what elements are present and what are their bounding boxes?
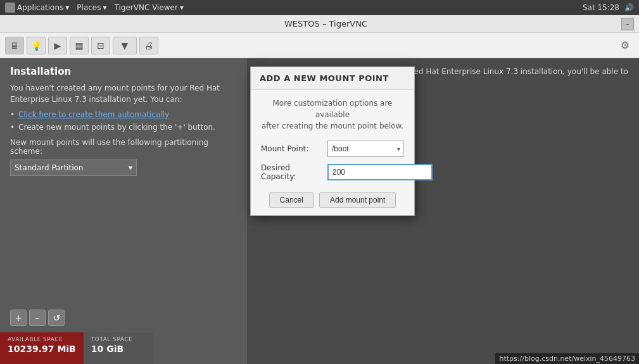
available-value: 10239.97 MiB xyxy=(8,344,76,354)
add-mount-button[interactable]: + xyxy=(10,310,27,326)
info-icon: 💡 xyxy=(31,41,42,51)
vnc-minimize-button[interactable]: – xyxy=(621,18,634,30)
toolbar-print-button[interactable]: 🖨 xyxy=(139,37,158,54)
vnc-title: WESTOS – TigerVNC xyxy=(30,19,621,28)
desired-capacity-label: Desired Capacity: xyxy=(261,163,327,181)
url-bar: https://blog.csdn.net/weixin_45649763 xyxy=(495,353,639,364)
toolbar-settings-button[interactable]: ⚙ xyxy=(616,37,634,54)
toolbar-dropdown-button[interactable]: ▼ xyxy=(113,37,137,54)
mount-point-field: Mount Point: /boot / /home /var swap ▾ xyxy=(261,141,404,157)
sound-icon: 🔊 xyxy=(624,3,634,12)
bullet-dot-2: • xyxy=(10,123,15,132)
dialog-body: More customization options are available… xyxy=(251,90,414,215)
bullet-text-2: Create new mount points by clicking the … xyxy=(18,123,215,132)
toolbar-play-button[interactable]: ▶ xyxy=(48,37,67,54)
desired-capacity-input[interactable] xyxy=(327,164,433,180)
dropdown-arrow-icon: ▼ xyxy=(122,41,129,51)
remove-mount-button[interactable]: – xyxy=(29,310,46,326)
scheme-value: Standard Partition xyxy=(15,163,83,172)
toolbar-grid-button[interactable]: ▦ xyxy=(70,37,89,54)
apps-arrow: ▾ xyxy=(65,3,69,12)
display-icon: 🖥 xyxy=(10,41,19,51)
section-description: You haven't created any mount points for… xyxy=(10,82,237,105)
grid-icon: ▦ xyxy=(75,41,83,51)
places-arrow: ▾ xyxy=(103,3,107,12)
auto-create-link[interactable]: Click here to create them automatically xyxy=(18,110,169,119)
toolbar-info-button[interactable]: 💡 xyxy=(27,37,46,54)
system-time: Sat 15:28 xyxy=(583,3,619,12)
section-title: Installation xyxy=(10,66,237,77)
status-available: AVAILABLE SPACE 10239.97 MiB xyxy=(0,332,84,364)
toolbar-display-button[interactable]: 🖥 xyxy=(5,37,24,54)
vnc-toolbar: 🖥 💡 ▶ ▦ ⊟ ▼ 🖨 ⚙ xyxy=(0,33,639,58)
dialog-buttons: Cancel Add mount point xyxy=(261,187,404,208)
bullet-item-1: • Click here to create them automaticall… xyxy=(10,110,237,119)
system-bar-left: Applications ▾ Places ▾ TigerVNC Viewer … xyxy=(5,3,184,13)
total-value: 10 GiB xyxy=(91,344,146,354)
dialog-desc-text: More customization options are available… xyxy=(262,99,403,130)
desired-capacity-field: Desired Capacity: xyxy=(261,163,404,181)
scheme-arrow-icon: ▾ xyxy=(129,163,132,172)
tigervnc-label[interactable]: TigerVNC Viewer xyxy=(115,3,178,12)
print-icon: 🖨 xyxy=(144,41,153,51)
tigervnc-arrow: ▾ xyxy=(180,3,184,12)
bottom-controls: + – ↺ xyxy=(10,310,65,326)
applications-label[interactable]: Applications xyxy=(17,3,63,12)
refresh-button[interactable]: ↺ xyxy=(48,310,65,326)
mount-point-select-wrap: /boot / /home /var swap ▾ xyxy=(327,141,404,157)
dialog-header: ADD A NEW MOUNT POINT xyxy=(251,67,414,90)
scheme-label: New mount points will use the following … xyxy=(10,138,237,156)
places-menu[interactable]: Places ▾ xyxy=(77,3,106,12)
status-total: TOTAL SPACE 10 GiB xyxy=(84,332,153,364)
scheme-dropdown[interactable]: Standard Partition ▾ xyxy=(10,160,137,176)
dialog-description: More customization options are available… xyxy=(261,97,404,132)
bullet-item-2: • Create new mount points by clicking th… xyxy=(10,123,237,132)
cancel-button[interactable]: Cancel xyxy=(269,192,314,208)
total-label: TOTAL SPACE xyxy=(91,336,146,342)
minus-box-icon: ⊟ xyxy=(97,41,104,51)
system-bar: Applications ▾ Places ▾ TigerVNC Viewer … xyxy=(0,0,639,15)
left-panel: Installation You haven't created any mou… xyxy=(0,58,247,364)
app-icon xyxy=(5,3,15,13)
status-bar: AVAILABLE SPACE 10239.97 MiB TOTAL SPACE… xyxy=(0,332,247,364)
settings-icon: ⚙ xyxy=(621,39,630,51)
add-mount-point-dialog: ADD A NEW MOUNT POINT More customization… xyxy=(250,66,415,216)
available-label: AVAILABLE SPACE xyxy=(8,336,76,342)
system-bar-right: Sat 15:28 🔊 xyxy=(583,3,634,12)
mount-point-label: Mount Point: xyxy=(261,144,327,153)
scheme-select-container: Standard Partition ▾ xyxy=(10,160,137,176)
play-icon: ▶ xyxy=(54,41,61,51)
add-mount-point-button[interactable]: Add mount point xyxy=(319,192,396,208)
bullet-dot-1: • xyxy=(10,110,15,119)
places-label[interactable]: Places xyxy=(77,3,101,12)
mount-point-select[interactable]: /boot / /home /var swap xyxy=(327,141,404,157)
tigervnc-menu[interactable]: TigerVNC Viewer ▾ xyxy=(115,3,184,12)
toolbar-minus-button[interactable]: ⊟ xyxy=(91,37,110,54)
vnc-titlebar: WESTOS – TigerVNC – xyxy=(0,15,639,33)
dialog-title: ADD A NEW MOUNT POINT xyxy=(260,73,405,83)
applications-menu[interactable]: Applications ▾ xyxy=(5,3,69,13)
